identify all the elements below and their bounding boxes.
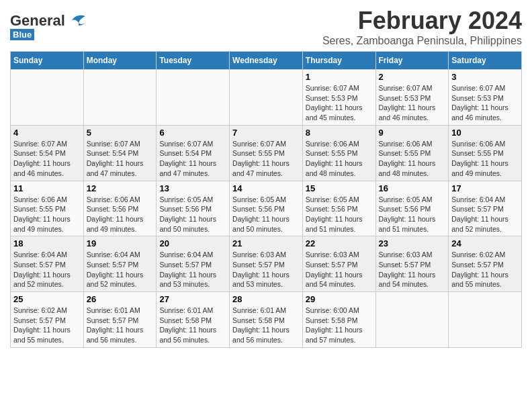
calendar-day-cell: 29Sunrise: 6:00 AM Sunset: 5:58 PM Dayli… [302,292,375,348]
calendar-day-cell: 23Sunrise: 6:03 AM Sunset: 5:57 PM Dayli… [375,236,449,292]
day-number: 27 [159,294,226,304]
calendar-day-cell: 5Sunrise: 6:07 AM Sunset: 5:54 PM Daylig… [83,125,157,181]
weekday-header-sunday: Sunday [11,52,84,70]
day-number: 1 [306,72,373,82]
calendar-day-cell: 16Sunrise: 6:05 AM Sunset: 5:56 PM Dayli… [375,181,449,236]
weekday-header-friday: Friday [375,52,449,70]
day-number: 29 [306,294,373,304]
day-number: 7 [232,128,300,138]
calendar-day-cell: 9Sunrise: 6:06 AM Sunset: 5:55 PM Daylig… [375,125,449,181]
day-info: Sunrise: 6:04 AM Sunset: 5:57 PM Dayligh… [159,250,226,289]
calendar-day-cell: 21Sunrise: 6:03 AM Sunset: 5:57 PM Dayli… [230,236,303,292]
calendar-day-cell: 12Sunrise: 6:06 AM Sunset: 5:56 PM Dayli… [83,181,157,236]
day-info: Sunrise: 6:03 AM Sunset: 5:57 PM Dayligh… [232,250,300,289]
day-number: 18 [13,238,81,248]
day-number: 8 [306,128,373,138]
day-number: 16 [379,183,446,193]
day-number: 5 [87,128,154,138]
calendar-day-cell: 18Sunrise: 6:04 AM Sunset: 5:57 PM Dayli… [11,236,84,292]
day-info: Sunrise: 6:02 AM Sunset: 5:57 PM Dayligh… [451,250,519,289]
day-number: 22 [306,238,373,248]
logo-bird-icon [66,13,87,28]
day-number: 13 [159,183,226,193]
calendar-week-row: 18Sunrise: 6:04 AM Sunset: 5:57 PM Dayli… [11,236,522,292]
calendar-table: SundayMondayTuesdayWednesdayThursdayFrid… [10,51,522,348]
day-info: Sunrise: 6:07 AM Sunset: 5:53 PM Dayligh… [379,83,446,123]
empty-cell [83,70,157,126]
calendar-day-cell: 25Sunrise: 6:02 AM Sunset: 5:57 PM Dayli… [11,292,84,348]
day-number: 23 [379,238,446,248]
page-header: General Blue February 2024 Seres, Zamboa… [10,7,522,47]
day-info: Sunrise: 6:07 AM Sunset: 5:53 PM Dayligh… [306,83,373,123]
empty-cell [375,292,449,348]
weekday-header-monday: Monday [83,52,157,70]
calendar-week-row: 4Sunrise: 6:07 AM Sunset: 5:54 PM Daylig… [11,125,522,181]
day-info: Sunrise: 6:01 AM Sunset: 5:58 PM Dayligh… [232,306,300,345]
logo-text-blue: Blue [13,30,32,40]
calendar-week-row: 1Sunrise: 6:07 AM Sunset: 5:53 PM Daylig… [11,70,522,126]
day-info: Sunrise: 6:06 AM Sunset: 5:55 PM Dayligh… [379,139,446,179]
calendar-day-cell: 26Sunrise: 6:01 AM Sunset: 5:57 PM Dayli… [83,292,157,348]
empty-cell [449,292,522,348]
empty-cell [11,70,84,126]
day-number: 10 [451,128,519,138]
day-info: Sunrise: 6:07 AM Sunset: 5:53 PM Dayligh… [451,83,519,123]
day-info: Sunrise: 6:06 AM Sunset: 5:55 PM Dayligh… [451,139,519,179]
page-title: February 2024 [322,7,522,35]
day-info: Sunrise: 6:01 AM Sunset: 5:57 PM Dayligh… [87,306,154,345]
weekday-header-row: SundayMondayTuesdayWednesdayThursdayFrid… [11,52,522,70]
calendar-day-cell: 8Sunrise: 6:06 AM Sunset: 5:55 PM Daylig… [302,125,375,181]
calendar-day-cell: 14Sunrise: 6:05 AM Sunset: 5:56 PM Dayli… [230,181,303,236]
day-info: Sunrise: 6:06 AM Sunset: 5:56 PM Dayligh… [87,195,154,234]
empty-cell [230,70,303,126]
day-number: 9 [379,128,446,138]
day-number: 15 [306,183,373,193]
day-number: 26 [87,294,154,304]
calendar-day-cell: 7Sunrise: 6:07 AM Sunset: 5:55 PM Daylig… [230,125,303,181]
calendar-day-cell: 24Sunrise: 6:02 AM Sunset: 5:57 PM Dayli… [449,236,522,292]
day-number: 3 [451,72,519,82]
day-info: Sunrise: 6:04 AM Sunset: 5:57 PM Dayligh… [451,195,519,234]
day-info: Sunrise: 6:05 AM Sunset: 5:56 PM Dayligh… [232,195,300,234]
day-number: 25 [13,294,81,304]
day-number: 28 [232,294,300,304]
day-number: 20 [159,238,226,248]
day-info: Sunrise: 6:05 AM Sunset: 5:56 PM Dayligh… [306,195,373,234]
calendar-day-cell: 3Sunrise: 6:07 AM Sunset: 5:53 PM Daylig… [449,70,522,126]
calendar-day-cell: 22Sunrise: 6:03 AM Sunset: 5:57 PM Dayli… [302,236,375,292]
calendar-day-cell: 17Sunrise: 6:04 AM Sunset: 5:57 PM Dayli… [449,181,522,236]
day-info: Sunrise: 6:07 AM Sunset: 5:54 PM Dayligh… [87,139,154,179]
calendar-day-cell: 13Sunrise: 6:05 AM Sunset: 5:56 PM Dayli… [157,181,230,236]
day-number: 11 [13,183,81,193]
day-info: Sunrise: 6:07 AM Sunset: 5:54 PM Dayligh… [13,139,81,179]
day-number: 4 [13,128,81,138]
day-info: Sunrise: 6:04 AM Sunset: 5:57 PM Dayligh… [87,250,154,289]
day-info: Sunrise: 6:04 AM Sunset: 5:57 PM Dayligh… [13,250,81,289]
calendar-day-cell: 19Sunrise: 6:04 AM Sunset: 5:57 PM Dayli… [83,236,157,292]
page-subtitle: Seres, Zamboanga Peninsula, Philippines [322,35,522,47]
day-info: Sunrise: 6:03 AM Sunset: 5:57 PM Dayligh… [306,250,373,289]
title-area: February 2024 Seres, Zamboanga Peninsula… [322,7,522,47]
day-number: 12 [87,183,154,193]
weekday-header-thursday: Thursday [302,52,375,70]
day-number: 14 [232,183,300,193]
day-info: Sunrise: 6:01 AM Sunset: 5:58 PM Dayligh… [159,306,226,345]
calendar-day-cell: 20Sunrise: 6:04 AM Sunset: 5:57 PM Dayli… [157,236,230,292]
calendar-day-cell: 27Sunrise: 6:01 AM Sunset: 5:58 PM Dayli… [157,292,230,348]
logo: General Blue [10,13,87,40]
empty-cell [157,70,230,126]
calendar-day-cell: 2Sunrise: 6:07 AM Sunset: 5:53 PM Daylig… [375,70,449,126]
calendar-day-cell: 10Sunrise: 6:06 AM Sunset: 5:55 PM Dayli… [449,125,522,181]
day-info: Sunrise: 6:06 AM Sunset: 5:55 PM Dayligh… [306,139,373,179]
day-info: Sunrise: 6:00 AM Sunset: 5:58 PM Dayligh… [306,306,373,345]
day-info: Sunrise: 6:05 AM Sunset: 5:56 PM Dayligh… [379,195,446,234]
weekday-header-wednesday: Wednesday [230,52,303,70]
calendar-day-cell: 11Sunrise: 6:06 AM Sunset: 5:55 PM Dayli… [11,181,84,236]
day-number: 19 [87,238,154,248]
day-number: 21 [232,238,300,248]
weekday-header-saturday: Saturday [449,52,522,70]
calendar-week-row: 11Sunrise: 6:06 AM Sunset: 5:55 PM Dayli… [11,181,522,236]
calendar-day-cell: 6Sunrise: 6:07 AM Sunset: 5:54 PM Daylig… [157,125,230,181]
calendar-day-cell: 4Sunrise: 6:07 AM Sunset: 5:54 PM Daylig… [11,125,84,181]
logo-text-general: General [10,13,65,28]
